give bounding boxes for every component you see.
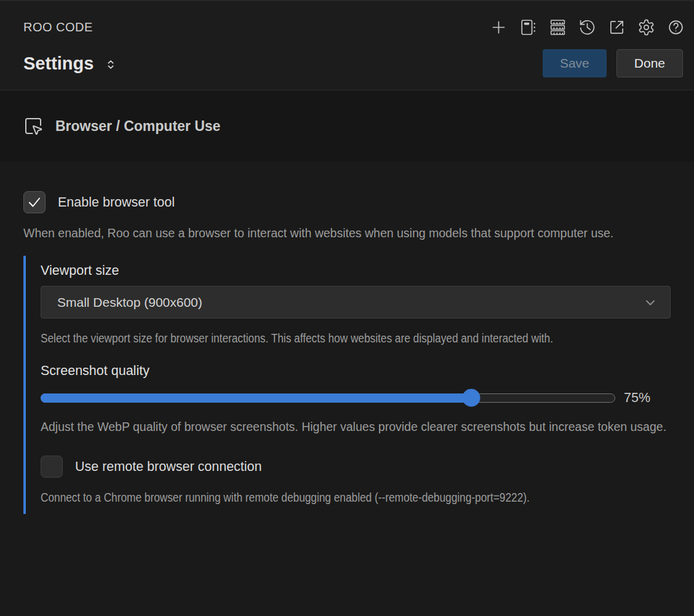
checkmark-icon — [26, 194, 42, 210]
enable-browser-label: Enable browser tool — [58, 195, 175, 210]
screenshot-quality-row: 75% — [41, 389, 671, 407]
viewport-size-value: Small Desktop (900x600) — [57, 295, 202, 310]
quality-value: 75% — [624, 390, 650, 406]
app-header: ROO CODE — [0, 1, 694, 90]
save-button[interactable]: Save — [543, 49, 607, 77]
square-mouse-pointer-icon — [23, 116, 43, 136]
screenshot-quality-label: Screenshot quality — [41, 363, 671, 379]
enable-browser-row: Enable browser tool — [23, 191, 671, 213]
quality-slider-fill — [41, 393, 471, 403]
open-in-editor-icon[interactable] — [608, 18, 626, 36]
enable-browser-checkbox[interactable] — [23, 191, 46, 213]
viewport-size-description: Select the viewport size for browser int… — [41, 328, 671, 349]
app-title: ROO CODE — [23, 20, 93, 34]
viewport-size-select[interactable]: Small Desktop (900x600) — [41, 286, 671, 318]
enable-browser-description: When enabled, Roo can use a browser to i… — [23, 223, 671, 243]
quality-slider[interactable] — [41, 393, 615, 403]
chevrons-up-down-icon[interactable] — [104, 56, 118, 73]
header-toolbar — [490, 18, 685, 36]
done-button[interactable]: Done — [616, 49, 683, 77]
remote-browser-row: Use remote browser connection — [41, 456, 671, 478]
viewport-size-label: Viewport size — [41, 263, 671, 278]
remote-browser-label: Use remote browser connection — [75, 459, 262, 475]
history-icon[interactable] — [578, 18, 597, 36]
remote-browser-description: Connect to a Chrome browser running with… — [41, 488, 671, 508]
settings-content: Enable browser tool When enabled, Roo ca… — [0, 162, 694, 514]
section-header: Browser / Computer Use — [0, 90, 694, 162]
new-task-icon[interactable] — [490, 18, 508, 36]
screenshot-quality-description: Adjust the WebP quality of browser scree… — [41, 417, 671, 437]
browser-options-subsection: Viewport size Small Desktop (900x600) Se… — [23, 256, 671, 514]
remote-browser-checkbox[interactable] — [41, 456, 63, 478]
prompts-notebook-icon[interactable] — [519, 18, 538, 36]
section-title: Browser / Computer Use — [55, 118, 220, 135]
mcp-servers-icon[interactable] — [549, 18, 567, 36]
settings-header-row: Settings Save Done — [0, 43, 694, 90]
page-title: Settings — [23, 53, 94, 74]
help-icon[interactable] — [667, 18, 685, 36]
settings-gear-icon[interactable] — [637, 18, 656, 36]
quality-slider-thumb[interactable] — [463, 389, 481, 407]
chevron-down-icon — [643, 295, 658, 310]
